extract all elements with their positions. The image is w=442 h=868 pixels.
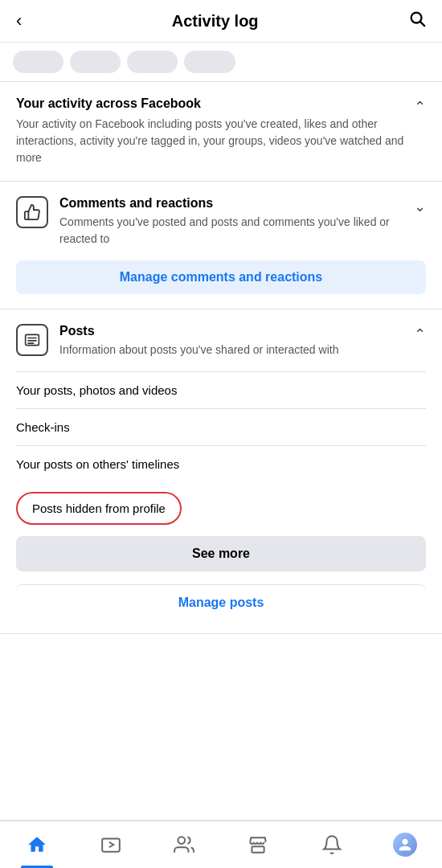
comments-section-desc: Comments you've posted and posts and com… bbox=[59, 214, 404, 248]
page-title: Activity log bbox=[172, 12, 259, 31]
bottom-navigation bbox=[0, 820, 442, 868]
nav-watch[interactable] bbox=[74, 821, 148, 868]
comments-section-title: Comments and reactions bbox=[59, 196, 404, 211]
posts-section: Posts Information about posts you've sha… bbox=[0, 309, 442, 634]
posts-section-title: Posts bbox=[59, 324, 404, 338]
search-icon[interactable] bbox=[408, 10, 426, 32]
activity-title: Your activity across Facebook bbox=[16, 96, 404, 111]
nav-profile[interactable] bbox=[368, 821, 442, 868]
nav-marketplace[interactable] bbox=[221, 821, 295, 868]
manage-posts-button[interactable]: Manage posts bbox=[16, 584, 426, 620]
activity-across-facebook-section: Your activity across Facebook Your activ… bbox=[0, 82, 442, 182]
svg-rect-8 bbox=[252, 846, 264, 853]
check-ins-item[interactable]: Check-ins bbox=[16, 408, 426, 445]
header: ‹ Activity log bbox=[0, 0, 442, 43]
thumbs-up-icon bbox=[16, 196, 48, 228]
nav-notifications[interactable] bbox=[295, 821, 369, 868]
activity-collapse-icon[interactable]: ⌃ bbox=[414, 98, 426, 116]
comments-reactions-section: Comments and reactions Comments you've p… bbox=[0, 182, 442, 309]
your-posts-photos-videos-item[interactable]: Your posts, photos and videos bbox=[16, 371, 426, 408]
posts-icon bbox=[16, 324, 48, 356]
see-more-button[interactable]: See more bbox=[16, 536, 426, 571]
filter-tab-2[interactable] bbox=[70, 51, 121, 73]
back-button[interactable]: ‹ bbox=[16, 10, 22, 31]
filter-tabs bbox=[0, 43, 442, 82]
manage-comments-button[interactable]: Manage comments and reactions bbox=[16, 260, 426, 294]
filter-tab-3[interactable] bbox=[127, 51, 178, 73]
filter-tab-1[interactable] bbox=[13, 51, 63, 73]
activity-description: Your activity on Facebook including post… bbox=[16, 116, 404, 166]
posts-section-desc: Information about posts you've shared or… bbox=[59, 342, 404, 358]
profile-avatar[interactable] bbox=[393, 833, 417, 857]
posts-hidden-from-profile-item[interactable]: Posts hidden from profile bbox=[16, 492, 182, 525]
svg-rect-6 bbox=[102, 838, 120, 851]
nav-friends[interactable] bbox=[147, 821, 221, 868]
posts-collapse-icon[interactable]: ⌃ bbox=[414, 326, 426, 343]
nav-home[interactable] bbox=[0, 821, 74, 868]
filter-tab-4[interactable] bbox=[184, 51, 235, 73]
posts-on-others-timelines-item[interactable]: Your posts on others' timelines bbox=[16, 445, 426, 482]
svg-point-7 bbox=[178, 837, 186, 844]
comments-expand-icon[interactable]: ⌄ bbox=[414, 198, 426, 215]
svg-line-1 bbox=[420, 22, 424, 26]
